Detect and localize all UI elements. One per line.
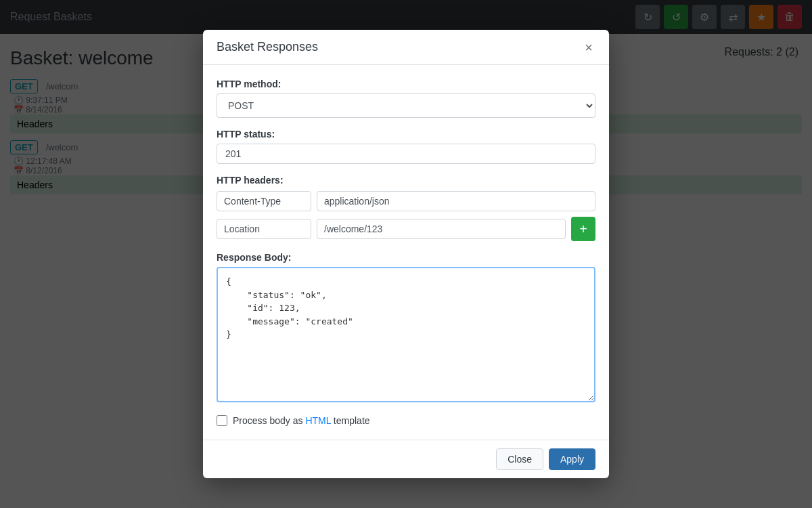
modal-overlay: Basket Responses × HTTP method: GET POST…: [0, 0, 812, 508]
http-method-select[interactable]: GET POST PUT DELETE PATCH HEAD OPTIONS: [217, 93, 595, 118]
apply-button[interactable]: Apply: [549, 448, 595, 470]
close-button[interactable]: Close: [496, 448, 543, 470]
process-body-label[interactable]: Process body as HTML template: [233, 415, 370, 426]
http-status-label: HTTP status:: [217, 129, 595, 140]
response-body-textarea[interactable]: { "status": "ok", "id": 123, "message": …: [217, 267, 595, 402]
process-body-row: Process body as HTML template: [217, 415, 595, 426]
plus-icon: +: [579, 221, 587, 237]
modal-header: Basket Responses ×: [203, 30, 609, 65]
header-key-1[interactable]: [217, 191, 311, 211]
header-value-2[interactable]: [317, 219, 566, 239]
modal-title: Basket Responses: [217, 40, 318, 54]
response-body-group: Response Body: { "status": "ok", "id": 1…: [217, 252, 595, 404]
modal-close-button[interactable]: ×: [582, 41, 595, 54]
http-status-group: HTTP status:: [217, 129, 595, 164]
http-status-input[interactable]: [217, 144, 595, 164]
process-body-checkbox[interactable]: [217, 415, 227, 426]
html-link[interactable]: HTML: [305, 415, 331, 426]
response-body-label: Response Body:: [217, 252, 595, 263]
http-headers-section: HTTP headers: +: [217, 175, 595, 241]
http-headers-label: HTTP headers:: [217, 175, 595, 186]
modal-body: HTTP method: GET POST PUT DELETE PATCH H…: [203, 65, 609, 440]
basket-responses-modal: Basket Responses × HTTP method: GET POST…: [203, 30, 609, 478]
header-row-1: [217, 191, 595, 211]
header-value-1[interactable]: [317, 191, 595, 211]
header-row-2: +: [217, 217, 595, 241]
header-key-2[interactable]: [217, 219, 311, 239]
add-header-button[interactable]: +: [571, 217, 595, 241]
http-method-label: HTTP method:: [217, 79, 595, 89]
modal-footer: Close Apply: [203, 440, 609, 478]
http-method-group: HTTP method: GET POST PUT DELETE PATCH H…: [217, 79, 595, 118]
